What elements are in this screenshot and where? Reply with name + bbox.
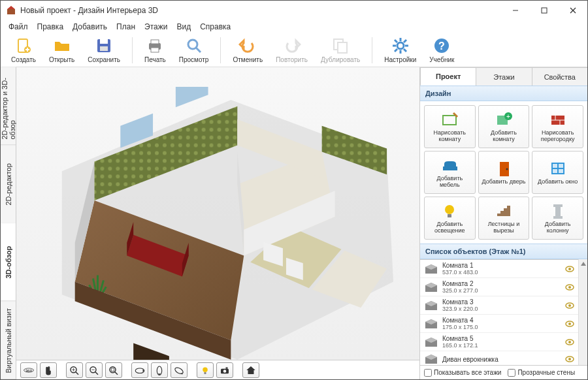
tool-add-light[interactable]: Добавить освещение: [424, 197, 476, 240]
view-orbit2-button[interactable]: [151, 362, 168, 378]
vtab-virtual[interactable]: Виртуальный визит: [1, 302, 16, 380]
view-light-button[interactable]: [197, 362, 214, 378]
menu-5[interactable]: Вид: [172, 21, 195, 33]
help-icon: ?: [433, 37, 451, 55]
canvas-3d[interactable]: [16, 67, 419, 360]
menubar: ФайлПравкаДобавитьПланЭтажиВидСправка: [1, 20, 587, 33]
view-360-button[interactable]: 360: [20, 362, 37, 378]
svg-line-62: [95, 372, 99, 375]
tool-label: Добавить мебель: [426, 176, 474, 189]
vtab-3d[interactable]: 3D-обзор: [1, 223, 16, 302]
object-row[interactable]: Комната 2325.0 x 277.0: [420, 278, 578, 296]
view-zoom-in-button[interactable]: [66, 362, 83, 378]
svg-rect-66: [111, 368, 114, 372]
view-hand-button[interactable]: [40, 362, 57, 378]
menu-0[interactable]: Файл: [5, 21, 32, 33]
view-orbit1-button[interactable]: [131, 362, 148, 378]
tool-draw-room[interactable]: Нарисовать комнату: [424, 105, 476, 148]
object-list[interactable]: Комната 1537.0 x 483.0Комната 2325.0 x 2…: [420, 259, 578, 365]
settings-button[interactable]: Настройки: [380, 35, 420, 65]
object-dims: 323.9 x 220.0: [442, 306, 561, 312]
svg-point-16: [188, 40, 197, 49]
open-button[interactable]: Открыть: [45, 35, 78, 65]
app-icon: [6, 5, 16, 16]
view-camera-button[interactable]: [216, 362, 233, 378]
svg-line-80: [453, 113, 457, 117]
tool-add-door[interactable]: Добавить дверь: [478, 151, 530, 194]
tool-label: Лестницы и вырезы: [480, 221, 528, 234]
vtab-2d3d[interactable]: 2D-редактор и 3D-обзор: [1, 67, 16, 146]
menu-2[interactable]: Добавить: [69, 21, 111, 33]
tool-label: Нарисовать комнату: [426, 130, 474, 143]
objects-header: Список объектов (Этаж №1): [420, 244, 587, 259]
tool-label: Добавить комнату: [480, 130, 528, 143]
view-zoom-out-button[interactable]: [86, 362, 103, 378]
tab-props[interactable]: Свойства: [532, 67, 587, 86]
minimize-button[interactable]: [506, 4, 525, 17]
room-icon: [424, 263, 438, 275]
tool-add-room[interactable]: +Добавить комнату: [478, 105, 530, 148]
close-button[interactable]: [564, 4, 582, 17]
tool-label: Открыть: [49, 56, 74, 63]
object-dims: 325.0 x 277.0: [442, 287, 561, 294]
vtab-2d[interactable]: 2D-редактор: [1, 146, 16, 224]
svg-rect-95: [448, 214, 451, 217]
object-row[interactable]: Комната 4175.0 x 175.0: [420, 315, 578, 333]
menu-3[interactable]: План: [112, 21, 139, 33]
visibility-icon[interactable]: [565, 355, 574, 364]
tool-add-column[interactable]: Добавить колонну: [532, 197, 583, 240]
menu-6[interactable]: Справка: [196, 21, 235, 33]
tutorial-button[interactable]: ?Учебник: [425, 35, 458, 65]
tool-add-furn[interactable]: Добавить мебель: [424, 151, 476, 194]
redo-icon: [283, 37, 301, 55]
print-button[interactable]: Печать: [140, 35, 170, 65]
visibility-icon[interactable]: [565, 264, 574, 274]
view-home-button[interactable]: [242, 362, 259, 378]
object-row[interactable]: Комната 5165.0 x 172.1: [420, 333, 578, 351]
object-row[interactable]: Комната 1537.0 x 483.0: [420, 260, 578, 278]
room-icon: [424, 353, 438, 365]
svg-line-17: [196, 48, 201, 52]
tab-project[interactable]: Проект: [420, 67, 476, 86]
undo-button[interactable]: Отменить: [229, 35, 267, 65]
preview-button[interactable]: Просмотр: [175, 35, 213, 65]
tool-draw-wall[interactable]: Нарисовать перегородку: [532, 105, 583, 148]
svg-line-27: [395, 49, 397, 52]
create-button[interactable]: Создать: [7, 35, 40, 65]
menu-4[interactable]: Этажи: [140, 21, 171, 33]
file-new-icon: [14, 37, 33, 55]
window-title: Новый проект - Дизайн Интерьера 3D: [20, 6, 506, 15]
add-light-icon: [440, 202, 459, 220]
tab-floors[interactable]: Этажи: [476, 67, 532, 86]
svg-point-122: [568, 358, 571, 360]
object-dims: 165.0 x 172.1: [442, 342, 561, 349]
draw-room-icon: [440, 110, 459, 129]
svg-point-118: [568, 341, 571, 343]
svg-rect-77: [226, 367, 228, 368]
visibility-icon[interactable]: [565, 301, 574, 310]
menu-1[interactable]: Правка: [33, 21, 68, 33]
show-floors-checkbox[interactable]: Показывать все этажи: [424, 369, 501, 377]
object-row[interactable]: Диван еврокнижка: [420, 351, 578, 365]
tool-label: Настройки: [384, 56, 416, 63]
object-name: Диван еврокнижка: [442, 356, 561, 363]
scrollbar[interactable]: [578, 259, 587, 365]
visibility-icon[interactable]: [565, 338, 574, 347]
object-name: Комната 4: [442, 317, 561, 324]
workspace: 2D-редактор и 3D-обзор2D-редактор3D-обзо…: [1, 67, 587, 379]
object-name: Комната 5: [442, 335, 561, 342]
object-row[interactable]: Комната 3323.9 x 220.0: [420, 296, 578, 315]
view-zoom-fit-button[interactable]: [105, 362, 122, 378]
tool-label: Сохранить: [88, 56, 120, 63]
svg-rect-11: [100, 39, 108, 44]
transparent-walls-checkbox[interactable]: Прозрачные стены: [508, 369, 575, 377]
tool-label: Повторить: [276, 56, 308, 63]
visibility-icon[interactable]: [565, 283, 574, 292]
save-button[interactable]: Сохранить: [84, 35, 124, 65]
tool-add-window[interactable]: Добавить окно: [532, 151, 583, 194]
maximize-button[interactable]: [535, 4, 553, 17]
svg-rect-0: [7, 9, 15, 14]
view-orbit3-button[interactable]: [171, 362, 188, 378]
visibility-icon[interactable]: [565, 319, 574, 328]
tool-stairs[interactable]: Лестницы и вырезы: [478, 197, 530, 240]
